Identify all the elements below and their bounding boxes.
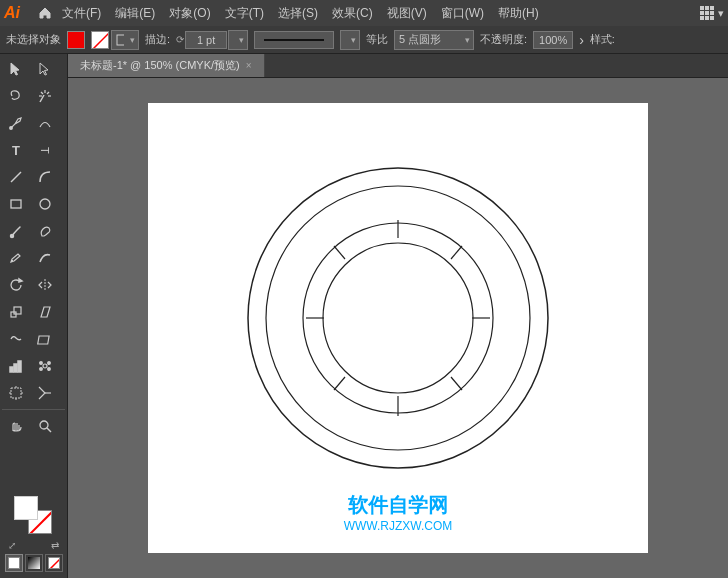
tool-row-13 xyxy=(2,380,65,406)
menu-view[interactable]: 视图(V) xyxy=(381,3,433,24)
canvas-white: 软件自学网 WWW.RJZXW.COM xyxy=(68,78,728,578)
svg-point-25 xyxy=(48,368,50,370)
svg-point-36 xyxy=(248,168,548,468)
stroke-label: 描边: xyxy=(145,32,170,47)
pencil-tool[interactable] xyxy=(2,245,30,271)
shear-tool[interactable] xyxy=(31,299,59,325)
menu-object[interactable]: 对象(O) xyxy=(163,3,216,24)
tool-row-12 xyxy=(2,353,65,379)
reflect-tool[interactable] xyxy=(31,272,59,298)
smooth-tool[interactable] xyxy=(31,245,59,271)
paintbrush-tool[interactable] xyxy=(2,218,30,244)
rotate-tool[interactable] xyxy=(2,272,30,298)
menu-effect[interactable]: 效果(C) xyxy=(326,3,379,24)
svg-rect-18 xyxy=(10,367,13,372)
opacity-input[interactable] xyxy=(533,31,573,49)
line-tool[interactable] xyxy=(2,164,30,190)
magic-wand-tool[interactable] xyxy=(31,83,59,109)
tool-row-10 xyxy=(2,299,65,325)
color-swatches xyxy=(11,496,57,538)
line-label: 等比 xyxy=(366,32,388,47)
svg-rect-16 xyxy=(14,307,21,314)
variable-width-dropdown[interactable]: 5 点圆形 xyxy=(394,30,474,50)
tab-close-button[interactable]: × xyxy=(246,60,252,71)
svg-line-3 xyxy=(47,92,49,94)
pen-tool[interactable] xyxy=(2,110,30,136)
canvas-area: 未标题-1* @ 150% (CMYK/预览) × xyxy=(68,54,728,578)
tool-row-3 xyxy=(2,110,65,136)
blob-brush-tool[interactable] xyxy=(31,218,59,244)
svg-line-47 xyxy=(334,377,345,390)
tool-row-8 xyxy=(2,245,65,271)
swap-colors-icon[interactable]: ⇄ xyxy=(51,540,59,551)
svg-line-46 xyxy=(451,377,462,390)
graph-tool[interactable] xyxy=(2,353,30,379)
gradient-mode-btn[interactable] xyxy=(25,554,43,572)
normal-mode-btn[interactable] xyxy=(5,554,23,572)
stroke-line-preview[interactable] xyxy=(254,31,334,49)
workspace-dropdown[interactable]: ▾ xyxy=(718,7,724,20)
ellipse-tool[interactable] xyxy=(31,191,59,217)
workspace-icon[interactable] xyxy=(700,6,714,20)
svg-point-12 xyxy=(11,235,14,238)
slice-tool[interactable] xyxy=(31,380,59,406)
stroke-spin-icon: ⟳ xyxy=(176,34,184,45)
reset-colors-icon[interactable]: ⤢ xyxy=(8,540,16,551)
menu-select[interactable]: 选择(S) xyxy=(272,3,324,24)
artboard-tool[interactable] xyxy=(2,380,30,406)
workspace: T T xyxy=(0,54,728,578)
scale-tool[interactable] xyxy=(2,299,30,325)
tool-row-1 xyxy=(2,56,65,82)
svg-line-33 xyxy=(47,428,51,432)
vertical-type-tool[interactable]: T xyxy=(31,137,59,163)
direct-selection-tool[interactable] xyxy=(31,56,59,82)
lasso-tool[interactable] xyxy=(2,83,30,109)
menu-type[interactable]: 文字(T) xyxy=(219,3,270,24)
stroke-unit-dropdown[interactable] xyxy=(228,30,248,50)
zoom-tool[interactable] xyxy=(31,413,59,439)
opacity-expand[interactable]: › xyxy=(579,32,584,48)
artwork-svg xyxy=(218,148,578,508)
foreground-color-swatch[interactable] xyxy=(14,496,38,520)
stroke-value-group: ⟳ xyxy=(176,30,248,50)
stroke-input[interactable] xyxy=(185,31,227,49)
no-selection-label: 未选择对象 xyxy=(6,32,61,47)
svg-point-8 xyxy=(10,127,12,129)
rect-tool[interactable] xyxy=(2,191,30,217)
tool-row-11 xyxy=(2,326,65,352)
svg-line-45 xyxy=(334,246,345,259)
tool-row-14 xyxy=(2,413,65,439)
fill-stroke-modes xyxy=(4,554,63,572)
stroke-swatch[interactable] xyxy=(91,31,109,49)
arc-tool[interactable] xyxy=(31,164,59,190)
svg-rect-10 xyxy=(11,200,21,208)
fill-swatch[interactable] xyxy=(67,31,85,49)
stroke-line-dropdown[interactable] xyxy=(340,30,360,50)
tool-row-7 xyxy=(2,218,65,244)
stroke-style-dropdown[interactable] xyxy=(111,30,139,50)
selection-tool[interactable] xyxy=(2,56,30,82)
free-transform-tool[interactable] xyxy=(31,326,59,352)
options-bar: 未选择对象 描边: ⟳ 等比 5 点圆形 不透明度: › 样式: xyxy=(0,26,728,54)
menu-edit[interactable]: 编辑(E) xyxy=(109,3,161,24)
tool-row-2 xyxy=(2,83,65,109)
svg-rect-1 xyxy=(117,35,124,45)
svg-point-21 xyxy=(43,364,47,368)
menu-help[interactable]: 帮助(H) xyxy=(492,3,545,24)
document-tab[interactable]: 未标题-1* @ 150% (CMYK/预览) × xyxy=(68,54,265,77)
symbol-tool[interactable] xyxy=(31,353,59,379)
menu-file[interactable]: 文件(F) xyxy=(56,3,107,24)
menu-window[interactable]: 窗口(W) xyxy=(435,3,490,24)
none-mode-btn[interactable] xyxy=(45,554,63,572)
color-area: ⤢ ⇄ xyxy=(2,492,65,576)
right-icons: ▾ xyxy=(700,6,724,20)
svg-point-22 xyxy=(40,362,42,364)
menu-bar: Ai 文件(F) 编辑(E) 对象(O) 文字(T) 选择(S) 效果(C) 视… xyxy=(0,0,728,26)
hand-tool[interactable] xyxy=(2,413,30,439)
curvature-tool[interactable] xyxy=(31,110,59,136)
style-label: 样式: xyxy=(590,32,615,47)
home-icon[interactable] xyxy=(34,2,56,24)
svg-point-23 xyxy=(48,362,50,364)
type-tool[interactable]: T xyxy=(2,137,30,163)
warp-tool[interactable] xyxy=(2,326,30,352)
